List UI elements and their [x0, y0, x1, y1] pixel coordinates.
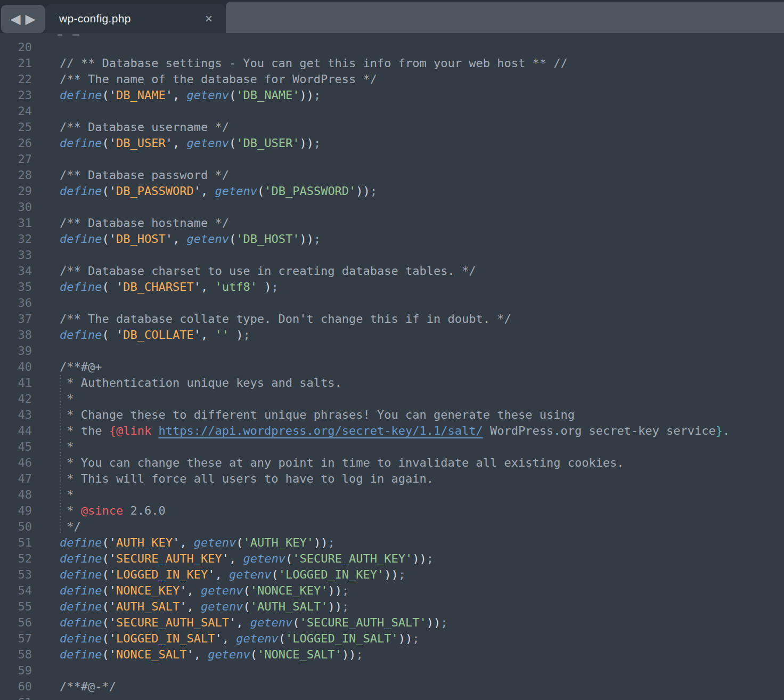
line-number: 37 [0, 311, 32, 327]
token-p: ', [194, 280, 215, 294]
token-c: /**#@+ [60, 360, 102, 373]
token-g: '' [215, 328, 229, 341]
code-line: 32define('DB_HOST', getenv('DB_HOST')); [0, 231, 784, 247]
code-line: 49 * @since 2.6.0 [0, 503, 784, 519]
tab-close-icon[interactable]: ✕ [205, 13, 213, 25]
token-k: define [60, 328, 102, 341]
code-line: 39 [0, 343, 784, 359]
back-arrow-icon[interactable]: ◀ [10, 12, 20, 26]
token-p: ) [257, 280, 272, 294]
token-k: define [60, 600, 102, 613]
code-text: define('SECURE_AUTH_KEY', getenv('SECURE… [60, 551, 434, 567]
line-number: 31 [0, 215, 32, 231]
token-g: 'AUTH_SALT' [250, 600, 328, 613]
url-link: https://api.wordpress.org/secret-key/1.1… [158, 424, 483, 437]
code-editor-surface[interactable]: 2021// ** Database settings - You can ge… [0, 33, 784, 700]
token-p: ', [166, 136, 187, 150]
line-number: 28 [0, 167, 32, 183]
code-line: 53define('LOGGED_IN_KEY', getenv('LOGGED… [0, 567, 784, 583]
code-text: define('DB_HOST', getenv('DB_HOST')); [60, 231, 321, 247]
code-text: define('NONCE_KEY', getenv('NONCE_KEY'))… [60, 583, 349, 599]
token-o: LOGGED_IN_SALT [116, 632, 215, 645]
token-p: (' [102, 616, 116, 629]
token-c: * [60, 440, 74, 453]
code-text-with-indent-guide: * @since 2.6.0 [60, 503, 166, 519]
forward-arrow-icon[interactable]: ▶ [26, 12, 36, 26]
code-text-with-indent-guide: * Authentication unique keys and salts. [60, 375, 342, 391]
line-number: 26 [0, 135, 32, 151]
line-number: 38 [0, 327, 32, 343]
line-number: 29 [0, 183, 32, 199]
token-p: ( [229, 232, 236, 246]
token-k: define [60, 552, 102, 565]
token-o: LOGGED_IN_KEY [116, 568, 208, 581]
line-number: 53 [0, 567, 32, 583]
token-k: getenv [243, 552, 285, 565]
token-p: ( ' [102, 328, 123, 341]
line-number: 30 [0, 199, 32, 215]
token-g: 'LOGGED_IN_SALT' [285, 632, 398, 645]
code-line: 37/** The database collate type. Don't c… [0, 311, 784, 327]
token-o: AUTH_SALT [116, 600, 179, 613]
tab-wp-config[interactable]: wp-config.php ✕ [45, 4, 226, 33]
line-number: 21 [0, 55, 32, 71]
token-c: // ** Database settings - You can get th… [60, 56, 568, 70]
line-number: 56 [0, 615, 32, 631]
code-line: 24 [0, 103, 784, 119]
line-number: 25 [0, 119, 32, 135]
code-text: /** Database hostname */ [60, 215, 229, 231]
code-text: define('LOGGED_IN_SALT', getenv('LOGGED_… [60, 631, 420, 647]
code-text: /** The name of the database for WordPre… [60, 71, 377, 87]
code-line: 58define('NONCE_SALT', getenv('NONCE_SAL… [0, 647, 784, 663]
line-number: 48 [0, 487, 32, 503]
token-g: 'DB_HOST' [236, 232, 299, 246]
token-p: (' [102, 136, 116, 150]
code-text: define('DB_NAME', getenv('DB_NAME')); [60, 87, 321, 103]
code-line: 33 [0, 247, 784, 263]
line-number: 40 [0, 359, 32, 375]
token-c: . [723, 424, 730, 437]
code-text: define('DB_PASSWORD', getenv('DB_PASSWOR… [60, 183, 377, 199]
code-line: 38define( 'DB_COLLATE', '' ); [0, 327, 784, 343]
token-s: ; [314, 88, 321, 102]
token-g: 'LOGGED_IN_KEY' [279, 568, 385, 581]
code-text: /**#@-*/ [60, 679, 116, 695]
token-r: {@link [109, 424, 159, 437]
code-text: define('SECURE_AUTH_SALT', getenv('SECUR… [60, 615, 448, 631]
token-p: )) [328, 584, 342, 597]
line-number: 51 [0, 535, 32, 551]
token-g: 'SECURE_AUTH_SALT' [299, 616, 426, 629]
token-c: /** The name of the database for WordPre… [60, 72, 377, 86]
clipped-line-remnant [72, 34, 79, 36]
token-k: define [60, 88, 102, 102]
code-text: /** Database charset to use in creating … [60, 263, 476, 279]
token-o: NONCE_SALT [116, 648, 186, 661]
code-text-with-indent-guide: * [60, 439, 74, 455]
line-number: 41 [0, 375, 32, 391]
token-c: * You can change these at any point in t… [60, 456, 624, 469]
token-p: )) [299, 88, 314, 102]
code-text: define('DB_USER', getenv('DB_USER')); [60, 135, 321, 151]
token-c: * [60, 488, 74, 501]
token-p: (' [102, 536, 116, 549]
token-p: ( [250, 648, 257, 661]
token-c: /** Database username */ [60, 120, 229, 134]
token-k: getenv [236, 632, 278, 645]
token-c: * This will force all users to have to l… [60, 472, 434, 485]
code-line: 31/** Database hostname */ [0, 215, 784, 231]
token-s: ; [314, 232, 321, 246]
token-p: ', [186, 648, 208, 661]
line-number: 47 [0, 471, 32, 487]
token-p: (' [102, 232, 116, 246]
token-o: DB_USER [116, 136, 166, 150]
line-number: 22 [0, 71, 32, 87]
line-number: 55 [0, 599, 32, 615]
token-k: getenv [186, 88, 228, 102]
token-s: ; [342, 600, 349, 613]
token-s: ; [342, 584, 349, 597]
token-g: 'AUTH_KEY' [243, 536, 313, 549]
token-k: getenv [250, 616, 292, 629]
token-c: * [60, 504, 81, 517]
line-number: 23 [0, 87, 32, 103]
token-k: define [60, 632, 102, 645]
